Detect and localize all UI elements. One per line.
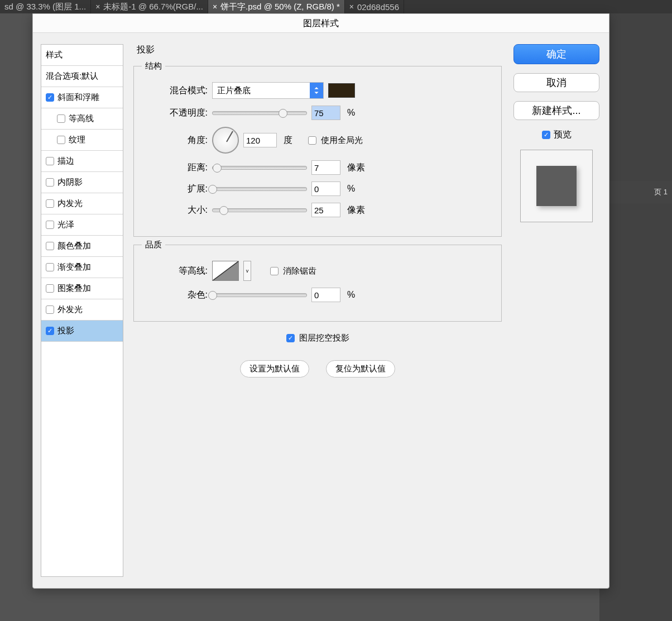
angle-label: 角度:	[146, 135, 208, 146]
size-input[interactable]	[311, 203, 340, 217]
checkbox-icon[interactable]	[46, 178, 54, 187]
blending-options-item[interactable]: 混合选项:默认	[41, 66, 123, 87]
style-item-bevel[interactable]: 斜面和浮雕	[41, 87, 123, 108]
distance-label: 距离:	[146, 162, 208, 174]
quality-legend: 品质	[142, 240, 165, 250]
slider-thumb-icon[interactable]	[208, 185, 217, 194]
reset-default-button[interactable]: 复位为默认值	[326, 360, 395, 378]
noise-input[interactable]	[311, 288, 340, 302]
new-style-button[interactable]: 新建样式...	[513, 101, 599, 120]
blend-mode-label: 混合模式:	[146, 85, 208, 97]
angle-unit: 度	[284, 135, 292, 146]
shadow-color-swatch[interactable]	[328, 83, 355, 98]
close-icon[interactable]: ×	[213, 2, 217, 11]
style-item-label: 图案叠加	[57, 283, 91, 294]
style-item-drop-shadow[interactable]: 投影	[41, 321, 123, 342]
document-tab[interactable]: × 未标题-1 @ 66.7%(RGB/...	[91, 0, 208, 13]
dialog-title: 图层样式	[33, 14, 609, 33]
opacity-slider[interactable]	[212, 111, 307, 115]
checkbox-icon[interactable]	[57, 136, 65, 144]
close-icon[interactable]: ×	[95, 2, 100, 11]
panel-title: 投影	[137, 44, 502, 56]
checkbox-icon[interactable]	[46, 199, 54, 208]
style-item-stroke[interactable]: 描边	[41, 151, 123, 172]
style-item-contour[interactable]: 等高线	[41, 108, 123, 130]
checkbox-icon[interactable]	[46, 263, 54, 271]
blend-mode-value: 正片叠底	[213, 85, 310, 96]
distance-slider[interactable]	[212, 166, 307, 170]
styles-list: 样式 混合选项:默认 斜面和浮雕 等高线 纹理 描边 内阴影	[41, 44, 123, 577]
quality-fieldset: 品质 等高线: v 消除锯齿 杂色:	[133, 245, 502, 322]
spread-input[interactable]	[311, 181, 340, 196]
cancel-button[interactable]: 取消	[513, 73, 599, 92]
tab-label: 未标题-1 @ 66.7%(RGB/...	[103, 2, 203, 12]
slider-thumb-icon[interactable]	[219, 206, 228, 215]
slider-thumb-icon[interactable]	[213, 164, 222, 173]
preview-label: 预览	[554, 129, 572, 141]
workspace-panels: 页 1	[599, 13, 672, 621]
checkbox-icon[interactable]	[46, 221, 54, 229]
slider-thumb-icon[interactable]	[279, 109, 287, 118]
knockout-checkbox[interactable]	[286, 334, 295, 342]
structure-fieldset: 结构 混合模式: 正片叠底 不透明度:	[133, 66, 502, 237]
antialias-label: 消除锯齿	[283, 266, 316, 276]
style-item-inner-shadow[interactable]: 内阴影	[41, 172, 123, 193]
style-item-pattern-overlay[interactable]: 图案叠加	[41, 278, 123, 299]
document-tab[interactable]: × 02d68d556	[345, 0, 404, 13]
contour-dropdown-icon[interactable]: v	[243, 261, 251, 281]
style-item-label: 外发光	[57, 304, 83, 315]
checkbox-icon[interactable]	[46, 327, 54, 335]
noise-unit: %	[347, 290, 355, 300]
contour-picker[interactable]	[212, 261, 239, 281]
dialog-right-column: 确定 取消 新建样式... 预览	[512, 44, 601, 577]
opacity-input[interactable]	[311, 106, 340, 120]
style-item-label: 内阴影	[57, 177, 83, 188]
style-item-label: 纹理	[69, 135, 85, 145]
distance-input[interactable]	[311, 160, 340, 175]
ok-button[interactable]: 确定	[513, 44, 599, 64]
style-item-outer-glow[interactable]: 外发光	[41, 299, 123, 321]
style-item-color-overlay[interactable]: 颜色叠加	[41, 236, 123, 257]
style-item-inner-glow[interactable]: 内发光	[41, 193, 123, 214]
spread-label: 扩展:	[146, 183, 208, 195]
panel-content: 投影 结构 混合模式: 正片叠底 不透明度:	[133, 44, 502, 577]
document-tab[interactable]: × 饼干字.psd @ 50% (Z, RGB/8) *	[208, 0, 345, 13]
slider-thumb-icon[interactable]	[208, 291, 217, 300]
preview-swatch	[536, 166, 577, 206]
preview-box	[520, 150, 593, 222]
dropdown-arrow-icon[interactable]	[310, 83, 323, 98]
checkbox-icon[interactable]	[46, 284, 54, 293]
set-default-button[interactable]: 设置为默认值	[240, 360, 309, 378]
checkbox-icon[interactable]	[57, 114, 65, 123]
styles-header[interactable]: 样式	[41, 45, 123, 66]
checkbox-icon[interactable]	[46, 157, 54, 165]
blend-mode-select[interactable]: 正片叠底	[212, 82, 324, 99]
spread-slider[interactable]	[212, 187, 307, 191]
size-label: 大小:	[146, 204, 208, 216]
spread-unit: %	[347, 184, 355, 194]
size-unit: 像素	[347, 204, 365, 216]
angle-dial[interactable]	[212, 127, 239, 154]
angle-hand-icon	[226, 131, 233, 142]
noise-label: 杂色:	[146, 289, 208, 301]
size-slider[interactable]	[212, 208, 307, 212]
style-item-gradient-overlay[interactable]: 渐变叠加	[41, 257, 123, 278]
checkbox-icon[interactable]	[46, 93, 54, 102]
document-tab[interactable]: sd @ 33.3% (图层 1...	[0, 0, 91, 13]
layer-style-dialog: 图层样式 样式 混合选项:默认 斜面和浮雕 等高线 纹理 描边	[32, 13, 609, 589]
global-light-checkbox[interactable]	[308, 136, 316, 145]
style-item-label: 颜色叠加	[57, 241, 91, 251]
angle-input[interactable]	[243, 133, 277, 147]
checkbox-icon[interactable]	[46, 242, 54, 250]
style-item-texture[interactable]: 纹理	[41, 130, 123, 151]
layers-panel-snippet: 页 1	[602, 181, 672, 203]
close-icon[interactable]: ×	[349, 2, 354, 11]
preview-checkbox[interactable]	[542, 131, 550, 139]
style-item-label: 内发光	[57, 198, 83, 209]
checkbox-icon[interactable]	[46, 305, 54, 314]
antialias-checkbox[interactable]	[270, 267, 279, 275]
style-item-satin[interactable]: 光泽	[41, 214, 123, 236]
noise-slider[interactable]	[212, 293, 307, 297]
tab-label: sd @ 33.3% (图层 1...	[4, 2, 86, 12]
tab-label: 饼干字.psd @ 50% (Z, RGB/8) *	[220, 2, 340, 12]
